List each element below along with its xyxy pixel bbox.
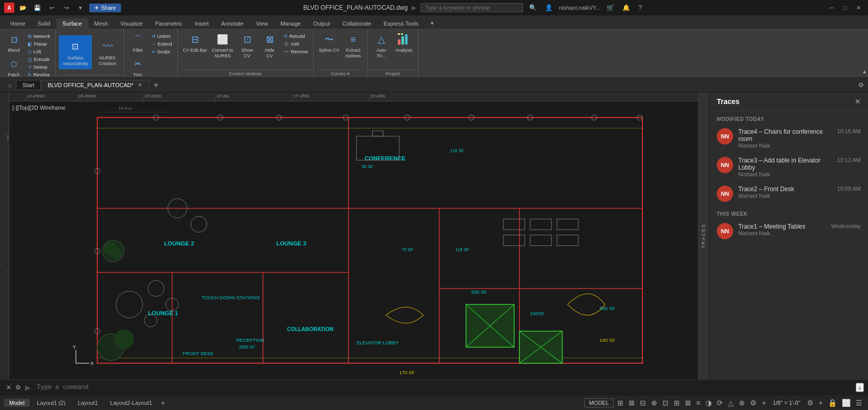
extrude-btn[interactable]: ◫ Extrude <box>26 56 52 63</box>
viewport-lock-btn[interactable]: 🔒 <box>826 398 838 408</box>
layout-view-btn[interactable]: ⬜ <box>840 398 852 408</box>
maximize-button[interactable]: □ <box>839 2 851 13</box>
traces-close-btn[interactable]: ✕ <box>855 97 861 106</box>
search-input[interactable] <box>420 3 523 12</box>
traces-side-tab[interactable]: TRACES <box>698 92 709 379</box>
surface-associativity-btn[interactable]: ⊡ SurfaceAssociativity <box>59 35 92 69</box>
status-tab-layout1[interactable]: Layout1 <box>73 399 103 407</box>
undo-btn[interactable]: ↩ <box>46 2 57 13</box>
tab-view[interactable]: View <box>250 18 274 29</box>
remove-cv-btn[interactable]: ➖ Remove <box>281 48 310 55</box>
scale-label[interactable]: 1/8" = 1'-0" <box>770 399 803 407</box>
command-input[interactable] <box>33 384 856 391</box>
model-space-btn[interactable]: MODEL <box>584 398 614 407</box>
cad-canvas[interactable]: 14'-2½⁄16 15'-4½⁄16 15'-31⁄16 15'-3¾ 17'… <box>0 92 709 379</box>
sculpt-btn[interactable]: ✏ Sculpt <box>150 48 174 55</box>
tab-annotate[interactable]: Annotate <box>215 18 250 29</box>
status-tab-layout2[interactable]: Layout2-Layout1 <box>105 399 157 407</box>
untrim-btn[interactable]: ↺ Untrim <box>150 33 174 40</box>
ortho-mode-btn[interactable]: ⊟ <box>638 398 648 408</box>
loft-btn[interactable]: ⬡ Loft <box>26 48 52 55</box>
close-button[interactable]: ✕ <box>853 2 864 13</box>
tab-home[interactable]: Home <box>4 18 31 29</box>
extend-btn[interactable]: ↔ Extend <box>150 40 174 48</box>
blend-btn[interactable]: ⊡ Blend <box>3 31 25 55</box>
zoom-btn[interactable]: + <box>817 398 824 408</box>
cmd-settings-btn[interactable]: ⚙ <box>13 383 23 392</box>
revolve-btn[interactable]: ↻ Revolve <box>26 71 52 78</box>
object-track-btn[interactable]: ⊞ <box>672 398 681 408</box>
show-cv-btn[interactable]: ⊡ ShowCV <box>236 31 258 60</box>
transparency-btn[interactable]: ◑ <box>704 398 713 408</box>
lineweight-btn[interactable]: ≡ <box>695 398 702 408</box>
patch-btn[interactable]: ⬡ Patch <box>3 55 25 79</box>
tab-mesh[interactable]: Mesh <box>88 18 114 29</box>
object-snap-btn[interactable]: ⊡ <box>661 398 670 408</box>
cmd-close-btn[interactable]: ✕ <box>4 383 13 392</box>
redo-btn[interactable]: ↪ <box>60 2 72 13</box>
save-btn[interactable]: 💾 <box>32 2 43 13</box>
extract-isolines-btn[interactable]: ≡ ExtractIsolines <box>342 31 364 60</box>
3d-snap-btn[interactable]: △ <box>726 398 735 408</box>
tab-insert[interactable]: Insert <box>189 18 215 29</box>
auto-tri-btn[interactable]: △ AutoTri... <box>371 31 392 60</box>
new-tab-btn[interactable]: + <box>150 79 163 91</box>
tab-manage[interactable]: Manage <box>274 18 307 29</box>
tab-settings-btn[interactable]: ⚙ <box>858 81 864 89</box>
trace-item-2[interactable]: NN Trace2 – Front Desk Nishant Naik 10:0… <box>710 181 868 206</box>
planar-btn[interactable]: ◧ Planar <box>26 40 52 48</box>
add-cv-btn[interactable]: ➕ Add <box>281 40 310 48</box>
spline-cv-btn[interactable]: 〜 Spline CV <box>317 31 341 55</box>
tab-surface[interactable]: Surface <box>56 18 88 29</box>
ribbon-collapse-btn[interactable]: ▲ <box>861 68 868 75</box>
open-file-btn[interactable]: 📂 <box>17 2 29 13</box>
cv-edit-bar-btn[interactable]: ⊟ CV Edit Bar <box>181 31 209 55</box>
convert-nurbs-btn[interactable]: ⬜ Convert toNURBS <box>210 31 236 60</box>
snap-mode-btn[interactable]: ⊠ <box>627 398 636 408</box>
search-button[interactable]: 🔍 <box>527 3 539 12</box>
rebuild-btn[interactable]: ↺ Rebuild <box>281 33 310 40</box>
tab-solid[interactable]: Solid <box>31 18 56 29</box>
tab-output[interactable]: Output <box>307 18 336 29</box>
tab-express-tools[interactable]: Express Tools <box>377 18 425 29</box>
more-options-btn[interactable]: ☰ <box>854 398 864 408</box>
trace-item-4[interactable]: NN Trace4 – Chairs for conference room N… <box>710 124 868 153</box>
tab-collaborate[interactable]: Collaborate <box>336 18 377 29</box>
trace-item-3[interactable]: NN Trace3 – Add table in Elevator Lobby … <box>710 153 868 181</box>
hide-cv-btn[interactable]: ⊠ HideCV <box>259 31 280 60</box>
tab-parametric[interactable]: Parametric <box>149 18 188 29</box>
grid-display-btn[interactable]: ⊞ <box>616 398 625 408</box>
cart-btn[interactable]: 🛒 <box>604 3 616 12</box>
help-btn[interactable]: ? <box>636 3 644 12</box>
dropdown-arrow[interactable]: ▾ <box>75 2 86 13</box>
notification-btn[interactable]: 🔔 <box>620 3 632 12</box>
selection-cycling-btn[interactable]: ⟳ <box>715 398 724 408</box>
close-doc-tab-btn[interactable]: ✕ <box>137 82 143 88</box>
share-button[interactable]: ✈ Share <box>89 4 121 12</box>
tab-start[interactable]: Start <box>16 80 41 90</box>
fillet-label: Fillet <box>133 48 143 53</box>
home-tab-btn[interactable]: ⌂ <box>4 81 16 89</box>
network-btn[interactable]: ⊞ Network <box>26 33 52 40</box>
analysis-btn[interactable]: Analysis <box>393 31 415 55</box>
status-tab-layout1-2[interactable]: Layout1 (2) <box>32 399 71 407</box>
polar-tracking-btn[interactable]: ⊕ <box>650 398 659 408</box>
status-tab-model[interactable]: Model <box>4 399 30 407</box>
settings-gear-btn[interactable]: ⚙ <box>749 398 758 408</box>
minimize-button[interactable]: ─ <box>826 2 837 13</box>
dynamic-ucs-btn[interactable]: ⊕ <box>737 398 746 408</box>
tab-blvd-office[interactable]: BLVD OFFICE_PLAN-AUTOCAD* ✕ <box>41 80 150 90</box>
sweep-btn[interactable]: ↗ Sweep <box>26 64 52 71</box>
new-layout-btn[interactable]: + <box>159 398 167 408</box>
tab-visualize[interactable]: Visualize <box>114 18 149 29</box>
viewport-settings-btn[interactable]: ⚙ <box>805 398 815 408</box>
user-account-btn[interactable]: 👤 <box>543 3 555 12</box>
dynamic-input-btn[interactable]: ⊠ <box>683 398 693 408</box>
add-status-btn[interactable]: + <box>760 398 768 408</box>
fillet-btn[interactable]: ⌒ Fillet <box>127 31 149 55</box>
trim-btn[interactable]: ✂ Trim <box>127 55 149 79</box>
ribbon-overflow-btn[interactable]: ▾ <box>427 17 438 29</box>
cmd-scroll-up-btn[interactable]: ▲ <box>856 383 864 392</box>
nurbs-creation-btn[interactable]: 〰 NURBSCreation <box>95 36 120 69</box>
trace-item-1[interactable]: NN Trace1 – Meeting Tables Nishant Naik … <box>710 219 868 243</box>
